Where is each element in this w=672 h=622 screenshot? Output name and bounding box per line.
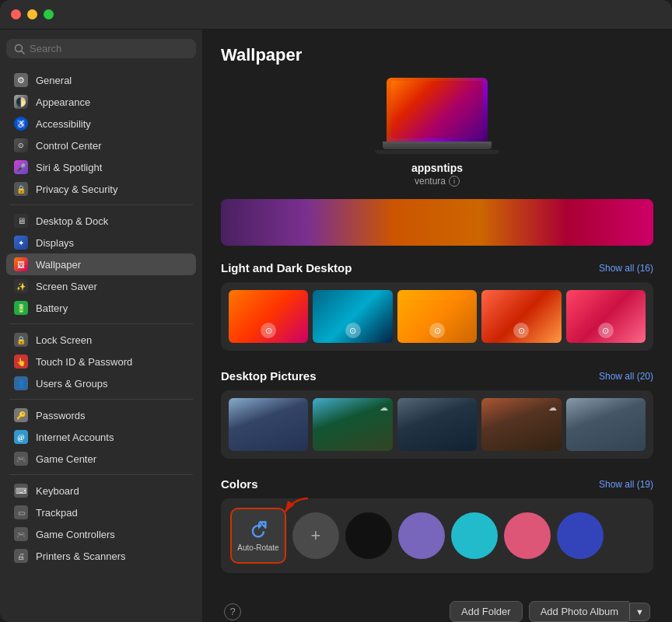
sidebar-label-wallpaper: Wallpaper (36, 259, 81, 271)
wallpaper-thumb-1[interactable]: ⊙ (229, 290, 308, 343)
siri-icon: 🎤 (14, 160, 28, 174)
sidebar-label-control-center: Control Center (36, 140, 102, 152)
sidebar-label-general: General (36, 75, 72, 86)
wallpaper-thumb-5[interactable]: ⊙ (566, 290, 646, 343)
wallpaper-thumb-3[interactable]: ⊙ (397, 290, 477, 343)
page-title: Wallpaper (221, 45, 653, 65)
wp-indicator-4: ⊙ (513, 323, 529, 338)
colors-show-all[interactable]: Show all (19) (599, 479, 653, 490)
sidebar-item-lock-screen[interactable]: 🔒 Lock Screen (6, 329, 196, 351)
desktop-thumb-3[interactable] (397, 398, 477, 451)
bottom-buttons: Add Folder Add Photo Album ▼ (450, 601, 650, 622)
sidebar-item-general[interactable]: ⚙ General (6, 69, 196, 91)
light-dark-show-all[interactable]: Show all (16) (599, 263, 653, 274)
sidebar-item-siri[interactable]: 🎤 Siri & Spotlight (6, 156, 196, 178)
sidebar-label-battery: Battery (36, 302, 68, 314)
os-name: ventura (415, 176, 446, 187)
accessibility-icon: ♿ (14, 117, 28, 131)
sidebar-item-battery[interactable]: 🔋 Battery (6, 297, 196, 319)
desktop-pictures-section: Desktop Pictures Show all (20) ☁ ☁ (221, 369, 653, 459)
desktop-thumb-1[interactable] (229, 398, 308, 451)
color-circle-pink[interactable] (504, 512, 551, 559)
sidebar-item-displays[interactable]: ✦ Displays (6, 232, 196, 253)
search-input[interactable] (30, 43, 188, 54)
traffic-lights (11, 9, 54, 19)
light-dark-title: Light and Dark Desktop (221, 261, 352, 274)
sidebar-item-desktop-dock[interactable]: 🖥 Desktop & Dock (6, 210, 196, 232)
light-dark-header: Light and Dark Desktop Show all (16) (221, 261, 653, 274)
desktop-pictures-show-all[interactable]: Show all (20) (599, 371, 653, 382)
wallpaper-thumb-4[interactable]: ⊙ (481, 290, 561, 343)
sidebar-item-control-center[interactable]: ⊙ Control Center (6, 135, 196, 156)
content-area: Wallpaper appsntips ventura i (202, 30, 672, 622)
sidebar-item-game-center[interactable]: 🎮 Game Center (6, 448, 196, 470)
sidebar-item-passwords[interactable]: 🔑 Passwords (6, 404, 196, 426)
colors-title: Colors (221, 477, 258, 491)
colors-header: Colors Show all (19) (221, 477, 653, 491)
divider-3 (9, 399, 193, 400)
color-circle-black[interactable] (345, 512, 392, 559)
color-circle-purple[interactable] (398, 512, 445, 559)
wp-indicator-3: ⊙ (429, 323, 445, 338)
printers-scanners-icon: 🖨 (14, 549, 28, 563)
bottom-bar: ? Add Folder Add Photo Album ▼ (221, 592, 653, 622)
privacy-icon: 🔒 (14, 182, 28, 196)
os-name-row: ventura i (415, 176, 460, 187)
plus-icon: + (311, 526, 321, 546)
sidebar-label-game-center: Game Center (36, 453, 96, 465)
wallpaper-thumb-2[interactable]: ⊙ (313, 290, 392, 343)
sidebar-label-passwords: Passwords (36, 410, 86, 421)
desktop-thumb-4[interactable]: ☁ (481, 398, 561, 451)
game-controllers-icon: 🎮 (14, 527, 28, 541)
divider-2 (9, 323, 193, 324)
sidebar-label-game-controllers: Game Controllers (36, 529, 115, 540)
sidebar-item-touch-id[interactable]: 👆 Touch ID & Password (6, 351, 196, 372)
sidebar-item-game-controllers[interactable]: 🎮 Game Controllers (6, 523, 196, 545)
sidebar-label-accessibility: Accessibility (36, 118, 91, 130)
wp-indicator-2: ⊙ (345, 323, 361, 338)
help-button[interactable]: ? (224, 603, 241, 620)
sidebar-item-users-groups[interactable]: 👤 Users & Groups (6, 372, 196, 394)
sidebar-item-accessibility[interactable]: ♿ Accessibility (6, 113, 196, 135)
sidebar-label-printers-scanners: Printers & Scanners (36, 550, 126, 562)
sidebar-item-wallpaper[interactable]: 🖼 Wallpaper (6, 253, 196, 275)
desktop-pictures-header: Desktop Pictures Show all (20) (221, 369, 653, 383)
close-button[interactable] (11, 9, 21, 19)
sidebar-item-printers-scanners[interactable]: 🖨 Printers & Scanners (6, 545, 196, 567)
auto-rotate-label: Auto-Rotate (237, 543, 278, 552)
color-circle-blue[interactable] (557, 512, 604, 559)
sidebar-item-privacy[interactable]: 🔒 Privacy & Security (6, 178, 196, 200)
minimize-button[interactable] (27, 9, 37, 19)
desktop-thumb-2[interactable]: ☁ (313, 398, 392, 451)
laptop-base (383, 142, 492, 149)
touch-id-icon: 👆 (14, 355, 28, 369)
maximize-button[interactable] (44, 9, 54, 19)
add-photo-album-group: Add Photo Album ▼ (529, 601, 650, 622)
main-content: ⚙ General 🌓 Appearance ♿ Accessibility ⊙… (0, 30, 672, 622)
search-box[interactable] (6, 39, 196, 58)
add-folder-button[interactable]: Add Folder (450, 601, 523, 622)
sidebar-item-screen-saver[interactable]: ✨ Screen Saver (6, 275, 196, 297)
sidebar-item-keyboard[interactable]: ⌨ Keyboard (6, 480, 196, 501)
search-icon (14, 44, 25, 54)
battery-icon: 🔋 (14, 301, 28, 315)
sidebar-item-trackpad[interactable]: ▭ Trackpad (6, 501, 196, 523)
add-photo-album-dropdown-arrow[interactable]: ▼ (629, 603, 650, 621)
sidebar-item-internet-accounts[interactable]: @ Internet Accounts (6, 426, 196, 448)
wallpaper-icon: 🖼 (14, 257, 28, 271)
trackpad-icon: ▭ (14, 505, 28, 519)
passwords-icon: 🔑 (14, 408, 28, 422)
lock-screen-icon: 🔒 (14, 333, 28, 347)
recycle-icon (247, 519, 269, 541)
titlebar (0, 0, 672, 30)
sidebar-label-appearance: Appearance (36, 96, 90, 108)
laptop-screen (387, 78, 488, 142)
desktop-thumb-5[interactable] (566, 398, 646, 451)
color-circle-cyan[interactable] (451, 512, 498, 559)
computer-preview: appsntips ventura i (221, 78, 653, 187)
light-dark-section: Light and Dark Desktop Show all (16) ⊙ ⊙… (221, 261, 653, 351)
general-icon: ⚙ (14, 73, 28, 87)
add-photo-album-button[interactable]: Add Photo Album (529, 601, 629, 622)
sidebar-item-appearance[interactable]: 🌓 Appearance (6, 91, 196, 113)
sidebar: ⚙ General 🌓 Appearance ♿ Accessibility ⊙… (0, 30, 202, 622)
